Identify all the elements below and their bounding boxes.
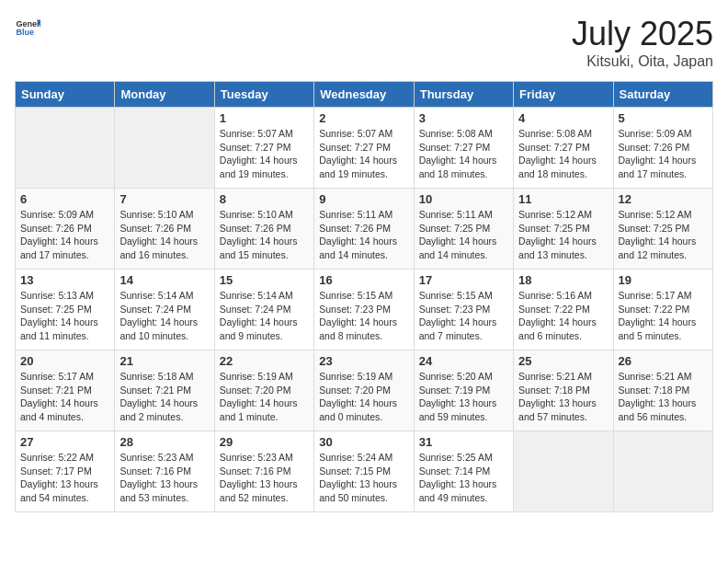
day-number: 16 — [319, 273, 408, 287]
svg-text:General: General — [16, 19, 40, 29]
calendar-cell: 14 Sunrise: 5:14 AMSunset: 7:24 PMDaylig… — [115, 270, 214, 350]
calendar-cell: 19 Sunrise: 5:17 AMSunset: 7:22 PMDaylig… — [613, 270, 712, 350]
day-number: 1 — [220, 111, 309, 125]
week-row-2: 6 Sunrise: 5:09 AMSunset: 7:26 PMDayligh… — [16, 189, 713, 270]
day-header-saturday: Saturday — [613, 82, 712, 108]
day-detail: Sunrise: 5:23 AMSunset: 7:16 PMDaylight:… — [119, 452, 198, 503]
day-number: 2 — [319, 111, 408, 125]
calendar-cell: 15 Sunrise: 5:14 AMSunset: 7:24 PMDaylig… — [214, 270, 313, 350]
day-detail: Sunrise: 5:19 AMSunset: 7:20 PMDaylight:… — [220, 371, 298, 422]
day-detail: Sunrise: 5:16 AMSunset: 7:22 PMDaylight:… — [518, 290, 597, 341]
calendar-cell: 12 Sunrise: 5:12 AMSunset: 7:25 PMDaylig… — [613, 189, 712, 270]
main-title: July 2025 — [572, 15, 713, 53]
calendar-cell: 2 Sunrise: 5:07 AMSunset: 7:27 PMDayligh… — [314, 108, 414, 189]
day-number: 24 — [419, 354, 508, 368]
day-number: 17 — [419, 273, 508, 287]
day-header-monday: Monday — [115, 82, 214, 108]
calendar-cell: 7 Sunrise: 5:10 AMSunset: 7:26 PMDayligh… — [115, 189, 214, 270]
calendar-cell: 16 Sunrise: 5:15 AMSunset: 7:23 PMDaylig… — [314, 270, 414, 350]
calendar-cell: 11 Sunrise: 5:12 AMSunset: 7:25 PMDaylig… — [514, 189, 613, 270]
day-number: 14 — [119, 273, 209, 287]
calendar-body: 1 Sunrise: 5:07 AMSunset: 7:27 PMDayligh… — [16, 108, 713, 512]
day-number: 10 — [419, 192, 508, 206]
calendar-cell: 20 Sunrise: 5:17 AMSunset: 7:21 PMDaylig… — [16, 350, 115, 431]
day-number: 29 — [220, 435, 309, 449]
day-number: 21 — [119, 354, 209, 368]
day-number: 9 — [319, 192, 408, 206]
day-detail: Sunrise: 5:22 AMSunset: 7:17 PMDaylight:… — [20, 452, 98, 503]
day-detail: Sunrise: 5:09 AMSunset: 7:26 PMDaylight:… — [20, 209, 98, 260]
day-detail: Sunrise: 5:07 AMSunset: 7:27 PMDaylight:… — [319, 128, 397, 179]
calendar-cell: 21 Sunrise: 5:18 AMSunset: 7:21 PMDaylig… — [115, 350, 214, 431]
day-detail: Sunrise: 5:17 AMSunset: 7:22 PMDaylight:… — [619, 290, 697, 341]
calendar-cell: 3 Sunrise: 5:08 AMSunset: 7:27 PMDayligh… — [414, 108, 513, 189]
location-subtitle: Kitsuki, Oita, Japan — [572, 53, 713, 70]
days-header-row: SundayMondayTuesdayWednesdayThursdayFrid… — [16, 82, 713, 108]
day-number: 26 — [619, 354, 708, 368]
calendar-cell: 8 Sunrise: 5:10 AMSunset: 7:26 PMDayligh… — [214, 189, 313, 270]
day-detail: Sunrise: 5:12 AMSunset: 7:25 PMDaylight:… — [619, 209, 697, 260]
day-detail: Sunrise: 5:08 AMSunset: 7:27 PMDaylight:… — [419, 128, 497, 179]
calendar-cell: 6 Sunrise: 5:09 AMSunset: 7:26 PMDayligh… — [16, 189, 115, 270]
calendar-cell: 31 Sunrise: 5:25 AMSunset: 7:14 PMDaylig… — [414, 431, 513, 512]
calendar-cell: 10 Sunrise: 5:11 AMSunset: 7:25 PMDaylig… — [414, 189, 513, 270]
calendar-cell: 23 Sunrise: 5:19 AMSunset: 7:20 PMDaylig… — [314, 350, 414, 431]
day-header-tuesday: Tuesday — [214, 82, 313, 108]
day-detail: Sunrise: 5:14 AMSunset: 7:24 PMDaylight:… — [220, 290, 298, 341]
day-number: 12 — [619, 192, 708, 206]
calendar-cell — [115, 108, 214, 189]
day-detail: Sunrise: 5:10 AMSunset: 7:26 PMDaylight:… — [220, 209, 298, 260]
calendar-cell: 1 Sunrise: 5:07 AMSunset: 7:27 PMDayligh… — [214, 108, 313, 189]
title-area: July 2025 Kitsuki, Oita, Japan — [572, 15, 713, 70]
day-detail: Sunrise: 5:07 AMSunset: 7:27 PMDaylight:… — [220, 128, 298, 179]
day-number: 5 — [619, 111, 708, 125]
day-detail: Sunrise: 5:23 AMSunset: 7:16 PMDaylight:… — [220, 452, 298, 503]
day-number: 28 — [119, 435, 209, 449]
svg-text:Blue: Blue — [16, 28, 34, 37]
day-detail: Sunrise: 5:20 AMSunset: 7:19 PMDaylight:… — [419, 371, 497, 422]
week-row-4: 20 Sunrise: 5:17 AMSunset: 7:21 PMDaylig… — [16, 350, 713, 431]
day-detail: Sunrise: 5:13 AMSunset: 7:25 PMDaylight:… — [20, 290, 98, 341]
day-detail: Sunrise: 5:17 AMSunset: 7:21 PMDaylight:… — [20, 371, 98, 422]
day-header-friday: Friday — [514, 82, 613, 108]
calendar-cell: 29 Sunrise: 5:23 AMSunset: 7:16 PMDaylig… — [214, 431, 313, 512]
day-number: 3 — [419, 111, 508, 125]
calendar-cell: 28 Sunrise: 5:23 AMSunset: 7:16 PMDaylig… — [115, 431, 214, 512]
day-number: 13 — [20, 273, 109, 287]
calendar-cell: 4 Sunrise: 5:08 AMSunset: 7:27 PMDayligh… — [514, 108, 613, 189]
calendar-cell: 9 Sunrise: 5:11 AMSunset: 7:26 PMDayligh… — [314, 189, 414, 270]
calendar-table: SundayMondayTuesdayWednesdayThursdayFrid… — [15, 81, 713, 512]
day-detail: Sunrise: 5:24 AMSunset: 7:15 PMDaylight:… — [319, 452, 397, 503]
calendar-cell: 17 Sunrise: 5:15 AMSunset: 7:23 PMDaylig… — [414, 270, 513, 350]
day-detail: Sunrise: 5:18 AMSunset: 7:21 PMDaylight:… — [119, 371, 198, 422]
day-detail: Sunrise: 5:19 AMSunset: 7:20 PMDaylight:… — [319, 371, 397, 422]
day-header-wednesday: Wednesday — [314, 82, 414, 108]
week-row-5: 27 Sunrise: 5:22 AMSunset: 7:17 PMDaylig… — [16, 431, 713, 512]
day-detail: Sunrise: 5:14 AMSunset: 7:24 PMDaylight:… — [119, 290, 198, 341]
calendar-cell — [613, 431, 712, 512]
calendar-cell: 27 Sunrise: 5:22 AMSunset: 7:17 PMDaylig… — [16, 431, 115, 512]
day-header-sunday: Sunday — [16, 82, 115, 108]
day-number: 18 — [518, 273, 608, 287]
day-number: 25 — [518, 354, 608, 368]
day-detail: Sunrise: 5:09 AMSunset: 7:26 PMDaylight:… — [619, 128, 697, 179]
day-detail: Sunrise: 5:21 AMSunset: 7:18 PMDaylight:… — [518, 371, 597, 422]
day-number: 22 — [220, 354, 309, 368]
day-detail: Sunrise: 5:15 AMSunset: 7:23 PMDaylight:… — [419, 290, 497, 341]
day-detail: Sunrise: 5:21 AMSunset: 7:18 PMDaylight:… — [619, 371, 697, 422]
day-detail: Sunrise: 5:10 AMSunset: 7:26 PMDaylight:… — [119, 209, 198, 260]
day-number: 31 — [419, 435, 508, 449]
calendar-cell: 26 Sunrise: 5:21 AMSunset: 7:18 PMDaylig… — [613, 350, 712, 431]
calendar-cell: 25 Sunrise: 5:21 AMSunset: 7:18 PMDaylig… — [514, 350, 613, 431]
week-row-1: 1 Sunrise: 5:07 AMSunset: 7:27 PMDayligh… — [16, 108, 713, 189]
day-detail: Sunrise: 5:12 AMSunset: 7:25 PMDaylight:… — [518, 209, 597, 260]
day-number: 20 — [20, 354, 109, 368]
header: General Blue July 2025 Kitsuki, Oita, Ja… — [15, 15, 713, 70]
day-number: 7 — [119, 192, 209, 206]
calendar-cell: 5 Sunrise: 5:09 AMSunset: 7:26 PMDayligh… — [613, 108, 712, 189]
day-detail: Sunrise: 5:11 AMSunset: 7:26 PMDaylight:… — [319, 209, 397, 260]
calendar-cell: 30 Sunrise: 5:24 AMSunset: 7:15 PMDaylig… — [314, 431, 414, 512]
day-detail: Sunrise: 5:08 AMSunset: 7:27 PMDaylight:… — [518, 128, 597, 179]
day-detail: Sunrise: 5:25 AMSunset: 7:14 PMDaylight:… — [419, 452, 497, 503]
generalblue-logo-icon: General Blue — [15, 15, 40, 40]
